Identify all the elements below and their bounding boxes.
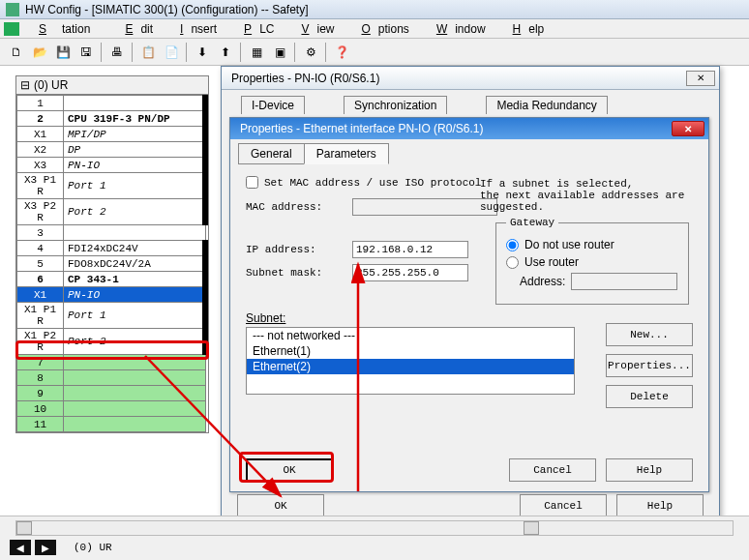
mac-input: [352, 198, 497, 216]
tb-copy-icon[interactable]: 📋: [137, 42, 159, 63]
table-row[interactable]: X3PN-IO: [17, 158, 206, 173]
table-row[interactable]: X3 P1 RPort 1: [17, 173, 206, 199]
mask-label: Subnet mask:: [246, 267, 352, 279]
outer-ok-button[interactable]: OK: [237, 494, 324, 517]
subnet-hint: If a subnet is selected, the next availa…: [480, 178, 693, 213]
gateway-addr-label: Address:: [520, 275, 565, 288]
ip-label: IP address:: [246, 244, 352, 255]
outer-help-button[interactable]: Help: [616, 494, 704, 517]
properties-title-text: Properties - PN-IO (R0/S6.1): [231, 72, 379, 85]
tb-help-icon[interactable]: ❓: [331, 42, 352, 63]
tb-save-icon[interactable]: 💾: [52, 42, 74, 63]
tab-general[interactable]: General: [238, 143, 305, 164]
tb-download-icon[interactable]: ⬇: [192, 42, 213, 63]
tab-media[interactable]: Media Redundancy: [486, 96, 607, 114]
scroll-right-icon[interactable]: [524, 521, 539, 535]
rack-collapse-icon[interactable]: ⊟: [20, 78, 30, 92]
workarea: ⊟ (0) UR 12CPU 319F-3 PN/DPX1MPI/DPX2DPX…: [0, 66, 749, 516]
inner-cancel-button[interactable]: Cancel: [509, 458, 596, 482]
ethernet-title-text: Properties - Ethernet interface PN-IO (R…: [240, 122, 483, 135]
nav-back-icon[interactable]: ◀: [10, 540, 31, 555]
tb-print-icon[interactable]: 🖶: [106, 42, 128, 63]
inner-ok-button[interactable]: OK: [246, 458, 333, 482]
table-row[interactable]: 7: [17, 355, 206, 370]
ethernet-dialog: Properties - Ethernet interface PN-IO (R…: [229, 117, 709, 492]
list-item[interactable]: Ethernet(2): [247, 359, 574, 374]
tb-net-icon[interactable]: ⚙: [300, 42, 321, 63]
list-item[interactable]: Ethernet(1): [247, 343, 574, 359]
menu-station[interactable]: Station: [23, 20, 105, 38]
menu-window[interactable]: Window: [421, 20, 494, 38]
table-row[interactable]: 4FDI24xDC24V: [17, 241, 206, 256]
ip-input[interactable]: [352, 241, 468, 258]
parameters-body: Set MAC address / use ISO protocol MAC a…: [230, 164, 708, 295]
ethernet-titlebar: Properties - Ethernet interface PN-IO (R…: [230, 118, 708, 139]
menu-view[interactable]: View: [285, 20, 342, 38]
scroll-left-icon[interactable]: [16, 521, 32, 535]
rack-title-text: (0) UR: [34, 78, 68, 92]
properties-close-icon[interactable]: ✕: [686, 71, 715, 86]
gateway-legend: Gateway: [506, 217, 558, 228]
properties-titlebar: Properties - PN-IO (R0/S6.1) ✕: [222, 67, 719, 90]
table-row[interactable]: 10: [17, 401, 206, 417]
tb-window-icon[interactable]: ▣: [269, 42, 290, 63]
app-title: HW Config - [SIMATIC 300(1) (Configurati…: [25, 3, 309, 16]
no-router-label: Do not use router: [524, 238, 614, 251]
table-row[interactable]: 5FDO8xDC24V/2A: [17, 256, 206, 272]
toolbar: 🗋 📂 💾 🖫 🖶 📋 📄 ⬇ ⬆ ▦ ▣ ⚙ ❓: [0, 39, 749, 66]
tb-save2-icon[interactable]: 🖫: [75, 42, 97, 63]
tab-parameters[interactable]: Parameters: [304, 143, 389, 164]
mac-label: MAC address:: [246, 201, 352, 213]
menu-edit[interactable]: Edit: [109, 20, 161, 38]
subnet-list[interactable]: --- not networked ---Ethernet(1)Ethernet…: [246, 327, 575, 395]
table-row[interactable]: X1PN-IO: [17, 287, 206, 303]
tb-paste-icon[interactable]: 📄: [161, 42, 182, 63]
table-row[interactable]: 3: [17, 225, 206, 241]
use-router-radio[interactable]: [506, 256, 519, 269]
outer-cancel-button[interactable]: Cancel: [520, 494, 607, 517]
table-row[interactable]: 8: [17, 370, 206, 386]
app-titlebar: HW Config - [SIMATIC 300(1) (Configurati…: [0, 0, 749, 19]
tb-upload-icon[interactable]: ⬆: [215, 42, 236, 63]
statusbar: ◀ ▶ (0) UR: [0, 516, 749, 560]
list-item[interactable]: --- not networked ---: [247, 328, 574, 343]
app-icon: [6, 3, 19, 16]
table-row[interactable]: X1 P2 RPort 2: [17, 329, 206, 355]
ethernet-close-icon[interactable]: ✕: [672, 121, 704, 136]
tb-grid-icon[interactable]: ▦: [246, 42, 267, 63]
table-row[interactable]: X2DP: [17, 142, 206, 158]
table-row[interactable]: 1: [17, 96, 206, 111]
set-mac-label: Set MAC address / use ISO protocol: [264, 177, 481, 189]
table-row[interactable]: 6CP 343-1: [17, 272, 206, 287]
mask-input[interactable]: [352, 264, 468, 281]
table-row[interactable]: X1 P1 RPort 1: [17, 303, 206, 329]
use-router-label: Use router: [524, 255, 579, 269]
table-row[interactable]: 9: [17, 386, 206, 401]
gateway-fieldset: Gateway Do not use router Use router Add…: [495, 217, 689, 305]
nav-forward-icon[interactable]: ▶: [35, 540, 56, 555]
menubar: Station Edit Insert PLC View Options Win…: [0, 19, 749, 39]
menu-insert[interactable]: Insert: [165, 20, 225, 38]
table-row[interactable]: 11: [17, 417, 206, 432]
menu-help[interactable]: Help: [497, 20, 553, 38]
table-row[interactable]: X3 P2 RPort 2: [17, 199, 206, 225]
new-button[interactable]: New...: [606, 323, 693, 346]
gateway-addr-input: [571, 273, 677, 290]
properties-button[interactable]: Properties...: [606, 354, 693, 377]
no-router-radio[interactable]: [506, 239, 519, 251]
set-mac-checkbox[interactable]: [246, 176, 258, 189]
menu-options[interactable]: Options: [346, 20, 417, 38]
table-row[interactable]: 2CPU 319F-3 PN/DP: [17, 111, 206, 127]
tb-new-icon[interactable]: 🗋: [6, 42, 27, 63]
horizontal-scrollbar[interactable]: [15, 520, 734, 536]
tab-sync[interactable]: Synchronization: [344, 96, 447, 114]
menu-plc[interactable]: PLC: [228, 20, 282, 38]
inner-help-button[interactable]: Help: [606, 458, 693, 482]
properties-window: Properties - PN-IO (R0/S6.1) ✕ I-Device …: [221, 66, 720, 526]
tab-idevice[interactable]: I-Device: [241, 96, 305, 114]
tb-open-icon[interactable]: 📂: [29, 42, 50, 63]
delete-button[interactable]: Delete: [606, 385, 693, 408]
rack-table: 12CPU 319F-3 PN/DPX1MPI/DPX2DPX3PN-IOX3 …: [16, 95, 208, 432]
table-row[interactable]: X1MPI/DP: [17, 127, 206, 142]
station-icon: [4, 22, 19, 36]
